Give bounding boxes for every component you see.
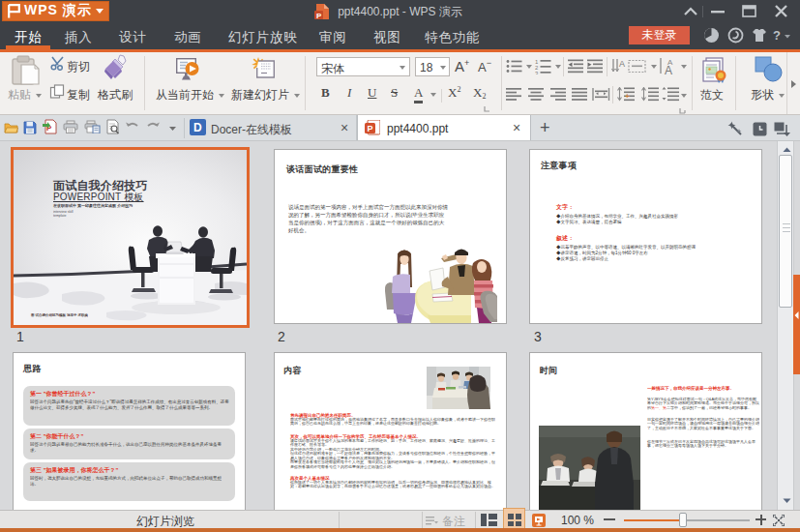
svg-text:P: P	[316, 12, 322, 20]
svg-text:3: 3	[535, 71, 539, 74]
svg-text:+: +	[625, 92, 630, 101]
svg-text:D: D	[193, 121, 202, 134]
svg-text:P: P	[368, 124, 373, 133]
svg-text:−: −	[649, 91, 654, 101]
svg-text:A: A	[619, 59, 625, 69]
svg-text:A: A	[665, 64, 672, 75]
